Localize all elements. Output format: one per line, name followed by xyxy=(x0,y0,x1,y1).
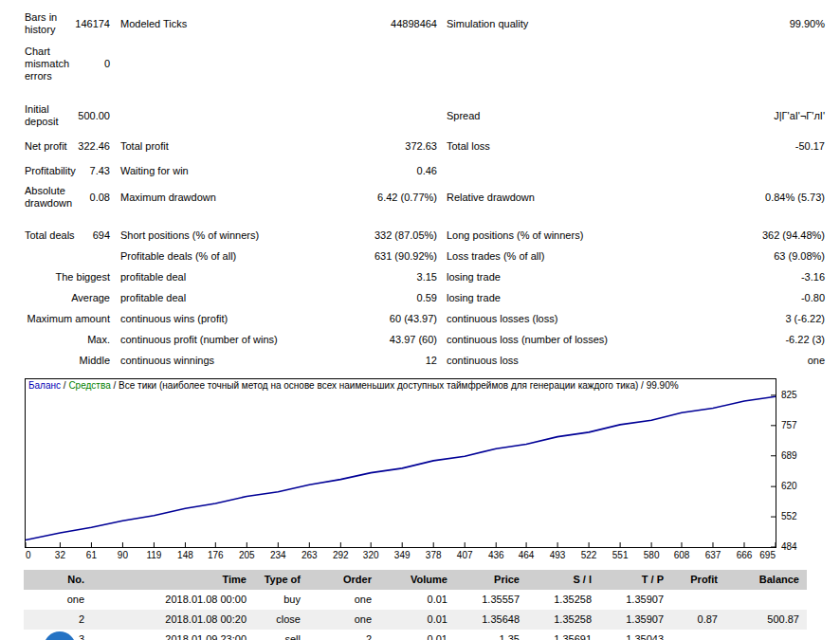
trades-row: one2018.01.08 00:00buyone0.011.355571.35… xyxy=(24,590,807,610)
trades-cell: sell xyxy=(254,630,308,640)
trades-cell: 1.35907 xyxy=(599,610,671,630)
trades-row: 32018.01.09 23:00sell20.011.351.356911.3… xyxy=(24,630,807,640)
stats-value: 43.97 (60) xyxy=(313,334,437,346)
stats-label: continuous wins (profit) xyxy=(110,313,313,325)
stats-col-left: Bars in history146174 xyxy=(25,11,110,36)
stats-value: Average xyxy=(71,292,110,304)
stats-label: Profitable deals (% of all) xyxy=(110,250,313,263)
stats-value: 332 (87.05%) xyxy=(313,229,437,242)
stats-label: Short positions (% of winners) xyxy=(110,229,313,242)
trades-table-body: one2018.01.08 00:00buyone0.011.355571.35… xyxy=(24,590,807,640)
x-axis-label: 205 xyxy=(239,550,255,561)
x-axis-label: 666 xyxy=(737,550,753,561)
stats-value: 146174 xyxy=(75,18,110,30)
y-axis-label: 825 xyxy=(781,390,797,401)
stats-value: 63 (9.08%) xyxy=(665,250,825,263)
stats-value: 362 (94.48%) xyxy=(665,229,825,242)
stats-row: Bars in history146174Modeled Ticks448984… xyxy=(25,11,840,36)
stats-label: Long positions (% of winners) xyxy=(437,229,665,242)
stats-row: Maximum amountcontinuous wins (profit)60… xyxy=(25,308,840,329)
stats-label: Loss trades (% of all) xyxy=(437,250,665,263)
stats-value: -6.22 (3) xyxy=(665,334,825,346)
stats-col-left: Total deals694 xyxy=(25,229,110,242)
stats-col-left: Net profit322.46 xyxy=(25,140,110,153)
stats-label: Chart mismatch errors xyxy=(25,46,79,82)
trades-cell: 500.87 xyxy=(725,610,807,630)
trades-header-cell: T / P xyxy=(599,570,671,590)
x-axis-label: 695 xyxy=(759,550,776,561)
x-axis-label: 263 xyxy=(301,550,318,561)
trades-table: No.TimeType ofOrderVolumePriceS / lT / P… xyxy=(24,570,807,640)
x-axis-label: 551 xyxy=(612,550,629,561)
stats-label: Initial deposit xyxy=(25,103,78,128)
stats-row: Chart mismatch errors0 xyxy=(25,46,840,82)
trades-header-cell: Type of xyxy=(254,570,308,590)
stats-label: profitable deal xyxy=(110,292,313,304)
x-axis-label: 32 xyxy=(55,550,65,561)
stats-value: 0.84% (5.73) xyxy=(665,192,825,204)
stats-value: 0.46 xyxy=(313,165,437,177)
stats-table-body: Bars in history146174Modeled Ticks448984… xyxy=(25,11,840,371)
chart-legend: Баланс / Средства / Все тики (наиболее т… xyxy=(28,380,679,391)
x-axis-label: 493 xyxy=(550,550,566,561)
stats-value: 0.08 xyxy=(90,192,110,204)
stats-value: 631 (90.92%) xyxy=(313,250,437,263)
stats-value: 694 xyxy=(93,229,110,242)
legend-separator: / xyxy=(111,380,119,391)
stats-value: 99.90% xyxy=(665,18,825,30)
stats-row: Initial deposit500.00SpreadЈ|Г'аI'¬Г'лI' xyxy=(25,103,840,128)
trades-cell xyxy=(725,630,807,640)
x-axis-label: 0 xyxy=(26,550,31,561)
trades-cell: 1.35557 xyxy=(455,590,527,610)
stats-row: Profitability7.43Waiting for win0.46 xyxy=(25,160,840,181)
trades-cell: 1.35691 xyxy=(527,630,599,640)
x-axis-label: 637 xyxy=(705,550,721,561)
stats-col-left: The biggest xyxy=(25,271,110,283)
stats-value: The biggest xyxy=(56,271,110,283)
trades-cell: one xyxy=(308,610,379,630)
chart-plot-wrap: Баланс / Средства / Все тики (наиболее т… xyxy=(25,378,840,548)
trades-header-cell: Volume xyxy=(379,570,455,590)
stats-label: Maximum drawdown xyxy=(110,192,313,204)
trades-cell: 1.35043 xyxy=(599,630,671,640)
y-axis-label: 620 xyxy=(781,481,797,492)
trades-cell: 2018.01.09 23:00 xyxy=(92,630,254,640)
y-axis-labels: 484552620689757825 xyxy=(776,378,816,548)
x-axis-label: 378 xyxy=(426,550,442,561)
stats-value: 322.46 xyxy=(78,140,110,153)
trades-header-cell: S / l xyxy=(527,570,599,590)
stats-col-left: Initial deposit500.00 xyxy=(25,103,110,128)
stats-label: continuous winnings xyxy=(110,355,313,367)
stats-value: 3.15 xyxy=(313,271,437,283)
trades-cell: 0.01 xyxy=(379,630,455,640)
trades-cell xyxy=(671,590,725,610)
trades-cell: one xyxy=(24,590,92,610)
stats-label: Bars in history xyxy=(25,11,75,36)
y-axis-label: 689 xyxy=(781,450,797,462)
stats-col-left: Chart mismatch errors0 xyxy=(25,46,110,82)
trades-cell: 1.35258 xyxy=(527,610,599,630)
stats-label: continuous profit (number of wins) xyxy=(110,334,313,346)
stats-value: 44898464 xyxy=(313,18,437,30)
trades-header-cell: Balance xyxy=(725,570,807,590)
stats-value: one xyxy=(665,355,825,367)
stats-value: 0 xyxy=(104,58,110,70)
trades-cell: 2018.01.08 00:20 xyxy=(92,610,254,630)
stats-value: -50.17 xyxy=(665,140,825,153)
trades-cell: 2 xyxy=(308,630,379,640)
x-axis-labels: 0326190119148176205234263292320349378407… xyxy=(25,548,776,562)
x-axis-label: 349 xyxy=(394,550,411,561)
trades-row: 22018.01.08 00:20closeone0.011.356481.35… xyxy=(24,610,807,630)
stats-label: Waiting for win xyxy=(110,165,313,177)
trades-header-cell: Time xyxy=(92,570,254,590)
x-axis-label: 90 xyxy=(118,550,128,561)
stats-row: Averageprofitable deal0.59losing trade-0… xyxy=(25,287,840,308)
x-axis-label: 436 xyxy=(488,550,504,561)
stats-value: 12 xyxy=(313,355,437,367)
stats-value: -3.16 xyxy=(665,271,825,283)
stats-value: 500.00 xyxy=(78,110,110,122)
trades-cell: one xyxy=(308,590,379,610)
stats-row: Absolute drawdown0.08Maximum drawdown6.4… xyxy=(25,185,840,210)
stats-value: Maximum amount xyxy=(27,313,110,325)
trades-cell: 1.35648 xyxy=(455,610,527,630)
